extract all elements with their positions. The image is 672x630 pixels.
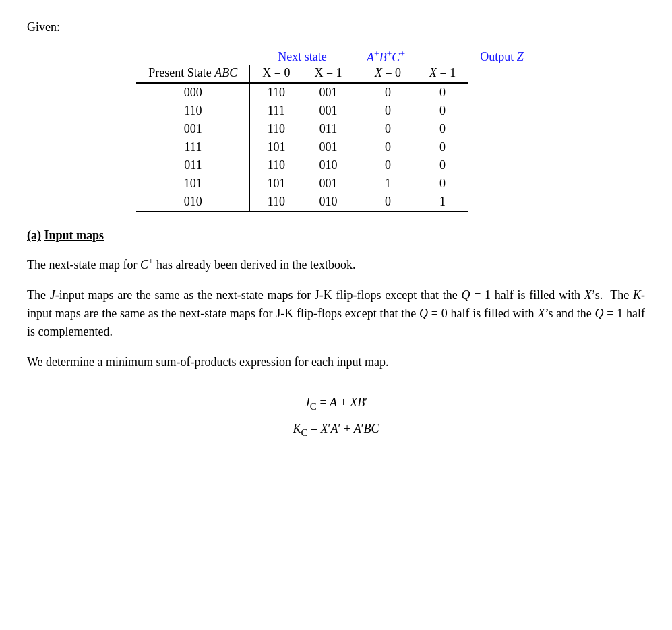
header-row-1: Next state A+B+C+ Output Z (136, 46, 535, 65)
ps-cell: 010 (136, 193, 249, 212)
z0-cell: 0 (359, 102, 417, 120)
table-row: 110 111 001 0 0 (136, 102, 535, 120)
ns0-cell: 111 (250, 102, 303, 120)
z1-cell: 0 (417, 102, 468, 120)
x1-ns-header: X = 1 (302, 65, 355, 83)
table-row: 010 110 010 0 1 (136, 193, 535, 212)
z1-cell: 1 (417, 193, 468, 212)
ns1-cell: 011 (302, 120, 355, 138)
math-line-2: KC = X′A′ + A′BC (27, 416, 645, 443)
ps-cell: 011 (136, 156, 249, 175)
ps-cell: 001 (136, 120, 249, 138)
x0-ns-header: X = 0 (250, 65, 303, 83)
state-table: Next state A+B+C+ Output Z Present State… (136, 46, 535, 212)
paragraph-1: The next-state map for C+ has already be… (27, 255, 645, 274)
ns1-cell: 001 (302, 83, 355, 102)
ns0-cell: 110 (250, 156, 303, 175)
z1-cell: 0 (417, 120, 468, 138)
ps-cell: 111 (136, 138, 249, 156)
ns0-cell: 101 (250, 175, 303, 193)
z1-cell: 0 (417, 156, 468, 175)
ps-cell: 000 (136, 83, 249, 102)
ns1-cell: 010 (302, 193, 355, 212)
ps-sub-header: Present State ABC (136, 65, 249, 83)
z0-cell: 0 (359, 138, 417, 156)
abc-header: A+B+C+ (355, 46, 417, 65)
a-sup-label: A+ (367, 51, 379, 64)
ns1-cell: 001 (302, 102, 355, 120)
ns1-cell: 001 (302, 138, 355, 156)
x0-z-header: X = 0 (359, 65, 417, 83)
section-a-title: (a) Input maps (27, 228, 645, 243)
gap-header (417, 46, 468, 65)
ns0-cell: 110 (250, 193, 303, 212)
output-z-header: Output Z (468, 46, 536, 65)
z1-cell: 0 (417, 83, 468, 102)
z1-cell: 0 (417, 175, 468, 193)
header-row-2: Present State ABC X = 0 X = 1 X = 0 X = … (136, 65, 535, 83)
paragraph-3: We determine a minimum sum-of-products e… (27, 353, 645, 371)
x1-z-header: X = 1 (417, 65, 468, 83)
state-table-wrapper: Next state A+B+C+ Output Z Present State… (27, 46, 645, 212)
z0-cell: 0 (359, 83, 417, 102)
z1-cell: 0 (417, 138, 468, 156)
section-a-underline: Input maps (44, 228, 104, 242)
math-line-1: JC = A + XB′ (27, 390, 645, 416)
paragraph-2: The J-input maps are the same as the nex… (27, 286, 645, 341)
table-row: 001 110 011 0 0 (136, 120, 535, 138)
table-body: 000 110 001 0 0 110 111 001 0 0 001 110 … (136, 83, 535, 212)
table-row: 000 110 001 0 0 (136, 83, 535, 102)
ps-cell: 110 (136, 102, 249, 120)
ns0-cell: 110 (250, 120, 303, 138)
ns0-cell: 101 (250, 138, 303, 156)
z0-cell: 1 (359, 175, 417, 193)
table-row: 011 110 010 0 0 (136, 156, 535, 175)
table-row: 111 101 001 0 0 (136, 138, 535, 156)
math-block: JC = A + XB′ KC = X′A′ + A′BC (27, 390, 645, 442)
ns1-cell: 001 (302, 175, 355, 193)
table-row: 101 101 001 1 0 (136, 175, 535, 193)
ns0-cell: 110 (250, 83, 303, 102)
next-state-header: Next state (250, 46, 355, 65)
z0-cell: 0 (359, 156, 417, 175)
ns1-cell: 010 (302, 156, 355, 175)
ps-cell: 101 (136, 175, 249, 193)
z0-cell: 0 (359, 193, 417, 212)
section-a-prefix: (a) (27, 228, 41, 242)
given-label: Given: (27, 20, 645, 34)
z0-cell: 0 (359, 120, 417, 138)
ps-header-empty (136, 46, 249, 65)
